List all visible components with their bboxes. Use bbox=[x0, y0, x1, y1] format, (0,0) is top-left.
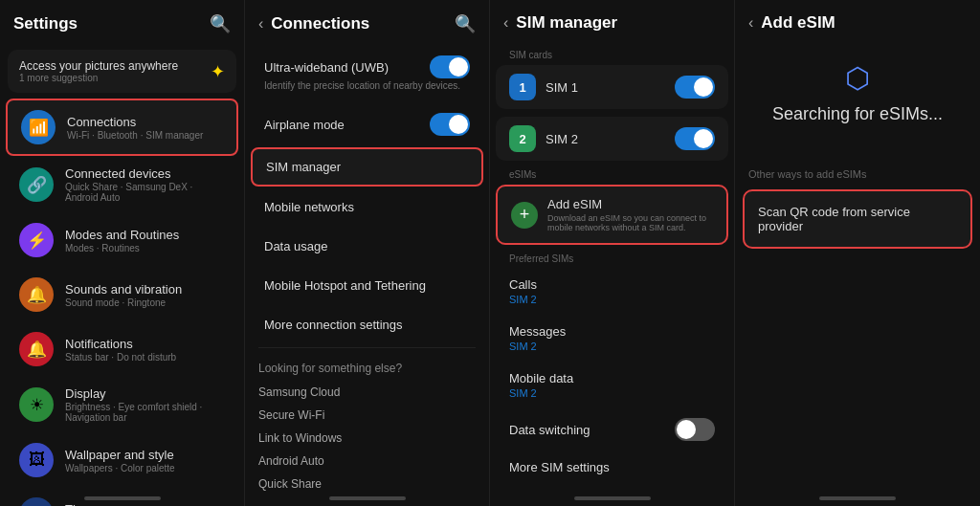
modes-subtitle: Modes · Routines bbox=[65, 243, 225, 253]
esims-label: eSIMs bbox=[490, 162, 734, 184]
sim-cards-label: SIM cards bbox=[490, 42, 734, 64]
searching-text: Searching for eSIMs... bbox=[772, 104, 943, 124]
sidebar-item-wallpaper[interactable]: 🖼 Wallpaper and style Wallpapers · Color… bbox=[6, 433, 238, 487]
esim-back-arrow-icon[interactable]: ‹ bbox=[748, 14, 753, 32]
data-usage-item[interactable]: Data usage bbox=[251, 227, 483, 265]
messages-sub: SIM 2 bbox=[509, 341, 715, 352]
mobile-data-item[interactable]: Mobile data SIM 2 bbox=[490, 362, 734, 408]
connections-icon: 📶 bbox=[21, 110, 56, 144]
settings-title: Settings bbox=[13, 14, 78, 33]
sim2-name: SIM 2 bbox=[546, 132, 578, 146]
add-esim-header: ‹ Add eSIM bbox=[735, 0, 980, 42]
connections-subtitle: Wi-Fi · Bluetooth · SIM manager bbox=[67, 130, 223, 141]
scan-qr-text: Scan QR code from service provider bbox=[758, 205, 910, 233]
wallpaper-subtitle: Wallpapers · Color palette bbox=[65, 463, 225, 473]
sim-manager-title: SIM manager bbox=[266, 160, 341, 174]
sparkle-icon: ✦ bbox=[211, 61, 225, 82]
uwb-toggle[interactable] bbox=[430, 55, 470, 78]
add-esim-item[interactable]: + Add eSIM Download an eSIM so you can c… bbox=[496, 185, 728, 245]
sim2-toggle[interactable] bbox=[675, 127, 715, 150]
sim1-number: 1 bbox=[509, 74, 536, 100]
add-esim-subtitle: Download an eSIM so you can connect to m… bbox=[547, 213, 713, 232]
esim-panel-content: ⬡ Searching for eSIMs... bbox=[735, 42, 980, 163]
settings-panel: Settings 🔍 Access your pictures anywhere… bbox=[0, 0, 245, 506]
calls-title: Calls bbox=[509, 277, 715, 292]
connections-search-icon[interactable]: 🔍 bbox=[455, 13, 476, 34]
scan-qr-item[interactable]: Scan QR code from service provider bbox=[743, 189, 972, 249]
settings-header: Settings 🔍 bbox=[0, 0, 244, 44]
display-title: Display bbox=[65, 386, 225, 401]
connections-panel: ‹ Connections 🔍 Ultra-wideband (UWB) Ide… bbox=[245, 0, 490, 506]
uwb-item[interactable]: Ultra-wideband (UWB) Identify the precis… bbox=[251, 45, 483, 101]
connections-header: ‹ Connections 🔍 bbox=[245, 0, 489, 44]
sidebar-item-modes[interactable]: ⚡ Modes and Routines Modes · Routines bbox=[6, 213, 238, 267]
calls-sub: SIM 2 bbox=[509, 294, 715, 305]
notifications-subtitle: Status bar · Do not disturb bbox=[65, 352, 225, 363]
looking-title: Looking for something else? bbox=[258, 362, 476, 375]
data-switching-toggle[interactable] bbox=[675, 418, 715, 441]
wallpaper-title: Wallpaper and style bbox=[65, 448, 225, 462]
sounds-title: Sounds and vibration bbox=[65, 282, 225, 297]
notifications-icon: 🔔 bbox=[19, 332, 54, 366]
mobile-networks-item[interactable]: Mobile networks bbox=[251, 187, 483, 226]
data-switching-row[interactable]: Data switching bbox=[490, 408, 734, 451]
looking-section: Looking for something else? Samsung Clou… bbox=[245, 352, 489, 499]
android-auto-link[interactable]: Android Auto bbox=[258, 450, 476, 473]
samsung-cloud-link[interactable]: Samsung Cloud bbox=[258, 381, 476, 404]
plus-circle-icon: + bbox=[511, 202, 538, 229]
airplane-toggle[interactable] bbox=[430, 113, 470, 136]
more-connection-item[interactable]: More connection settings bbox=[251, 305, 483, 343]
themes-title: Themes bbox=[65, 502, 225, 507]
preferred-sims-label: Preferred SIMs bbox=[490, 246, 734, 268]
sim-manager-panel: ‹ SIM manager SIM cards 1 SIM 1 2 SIM 2 … bbox=[490, 0, 735, 506]
hotspot-item[interactable]: Mobile Hotspot and Tethering bbox=[251, 266, 483, 304]
data-usage-title: Data usage bbox=[264, 239, 328, 253]
connections-title: Connections bbox=[67, 115, 223, 129]
more-sim-settings[interactable]: More SIM settings bbox=[490, 451, 734, 484]
add-esim-title: Add eSIM bbox=[547, 197, 713, 211]
search-icon[interactable]: 🔍 bbox=[210, 13, 231, 34]
sidebar-item-sounds[interactable]: 🔔 Sounds and vibration Sound mode · Ring… bbox=[6, 268, 238, 321]
add-esim-panel-title: Add eSIM bbox=[761, 13, 835, 33]
sim1-toggle[interactable] bbox=[675, 76, 715, 99]
bottom-bar bbox=[84, 496, 161, 500]
sim2-item[interactable]: 2 SIM 2 bbox=[496, 117, 728, 161]
mobile-data-title: Mobile data bbox=[509, 371, 715, 385]
connected-devices-icon: 🔗 bbox=[19, 167, 54, 202]
bottom-bar-2 bbox=[329, 496, 406, 500]
sim-back-arrow-icon[interactable]: ‹ bbox=[503, 14, 508, 32]
sidebar-item-display[interactable]: ☀ Display Brightness · Eye comfort shiel… bbox=[6, 377, 238, 432]
divider-1 bbox=[258, 347, 476, 348]
display-subtitle: Brightness · Eye comfort shield · Naviga… bbox=[65, 402, 225, 423]
messages-title: Messages bbox=[509, 324, 715, 339]
sim-manager-header: ‹ SIM manager bbox=[490, 0, 734, 42]
display-icon: ☀ bbox=[19, 387, 54, 422]
messages-item[interactable]: Messages SIM 2 bbox=[490, 315, 734, 362]
link-to-windows-link[interactable]: Link to Windows bbox=[258, 427, 476, 450]
airplane-item[interactable]: Airplane mode bbox=[251, 102, 483, 146]
back-arrow-icon[interactable]: ‹ bbox=[258, 15, 263, 33]
sounds-subtitle: Sound mode · Ringtone bbox=[65, 297, 225, 308]
sim1-item[interactable]: 1 SIM 1 bbox=[496, 65, 728, 109]
secure-wifi-link[interactable]: Secure Wi-Fi bbox=[258, 404, 476, 427]
connected-devices-subtitle: Quick Share · Samsung DeX · Android Auto bbox=[65, 182, 225, 203]
mobile-networks-title: Mobile networks bbox=[264, 200, 354, 214]
suggestion-title: Access your pictures anywhere bbox=[19, 59, 178, 73]
connected-devices-title: Connected devices bbox=[65, 166, 225, 181]
data-switching-title: Data switching bbox=[509, 423, 590, 437]
other-ways-label: Other ways to add eSIMs bbox=[735, 163, 980, 186]
sidebar-item-connected-devices[interactable]: 🔗 Connected devices Quick Share · Samsun… bbox=[6, 157, 238, 212]
wallpaper-icon: 🖼 bbox=[19, 443, 54, 477]
sounds-icon: 🔔 bbox=[19, 277, 54, 312]
sim1-name: SIM 1 bbox=[546, 80, 578, 95]
sidebar-item-connections[interactable]: 📶 Connections Wi-Fi · Bluetooth · SIM ma… bbox=[6, 99, 238, 156]
quick-share-link[interactable]: Quick Share bbox=[258, 473, 476, 495]
mobile-data-sub: SIM 2 bbox=[509, 387, 715, 399]
modes-icon: ⚡ bbox=[19, 223, 54, 257]
add-esim-panel: ‹ Add eSIM ⬡ Searching for eSIMs... Othe… bbox=[735, 0, 980, 506]
sidebar-item-notifications[interactable]: 🔔 Notifications Status bar · Do not dist… bbox=[6, 322, 238, 376]
airplane-title: Airplane mode bbox=[264, 118, 345, 132]
calls-item[interactable]: Calls SIM 2 bbox=[490, 268, 734, 315]
suggestion-banner[interactable]: Access your pictures anywhere 1 more sug… bbox=[8, 50, 236, 93]
sim-manager-item[interactable]: SIM manager bbox=[251, 147, 483, 187]
